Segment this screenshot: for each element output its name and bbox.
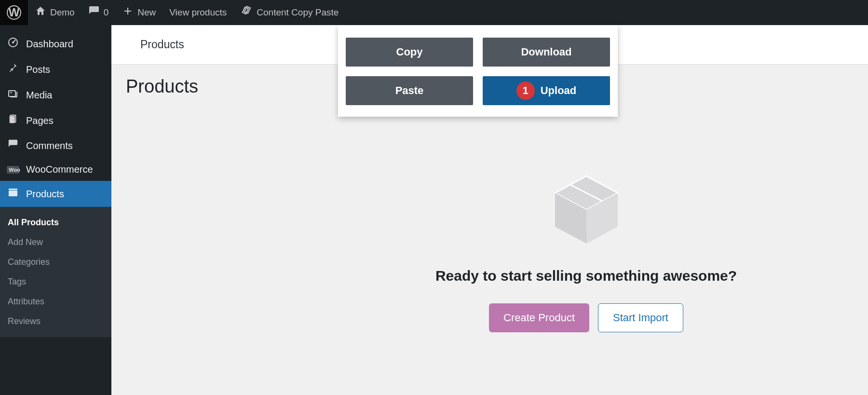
admin-sidebar: Dashboard Posts Media Pages Comments — [0, 25, 111, 395]
svg-rect-7 — [9, 189, 17, 190]
sidebar-item-label: Media — [26, 90, 52, 101]
dashboard-icon — [7, 37, 19, 51]
paste-button[interactable]: Paste — [346, 76, 473, 105]
wp-logo-icon: W — [7, 5, 21, 20]
submenu-categories[interactable]: Categories — [0, 252, 111, 272]
sidebar-item-comments[interactable]: Comments — [0, 133, 111, 158]
cta-buttons: Create Product Start Import — [489, 303, 683, 332]
download-button[interactable]: Download — [483, 38, 610, 67]
new-label: New — [137, 7, 156, 18]
upload-label: Upload — [541, 84, 577, 97]
site-name: Demo — [50, 7, 75, 18]
view-products-label: View products — [169, 7, 227, 18]
sidebar-item-media[interactable]: Media — [0, 82, 111, 108]
create-product-button[interactable]: Create Product — [489, 303, 589, 332]
content-copy-paste-menu[interactable]: Content Copy Paste — [233, 0, 345, 25]
plus-icon — [122, 5, 134, 20]
submenu-all-products[interactable]: All Products — [0, 213, 111, 232]
comment-icon — [88, 5, 100, 20]
site-home-link[interactable]: Demo — [28, 0, 81, 25]
content-copy-paste-label: Content Copy Paste — [257, 7, 339, 18]
svg-point-3 — [11, 92, 12, 94]
sidebar-item-label: Products — [26, 189, 64, 200]
sidebar-item-label: Posts — [26, 64, 50, 75]
sidebar-item-dashboard[interactable]: Dashboard — [0, 31, 111, 57]
pin-icon — [7, 63, 19, 76]
comment-icon — [7, 139, 19, 152]
tab-products[interactable]: Products — [126, 33, 199, 56]
sidebar-item-label: Comments — [26, 140, 73, 151]
main-container: Dashboard Posts Media Pages Comments — [0, 25, 868, 395]
empty-state-heading: Ready to start selling something awesome… — [435, 268, 737, 284]
woocommerce-icon: Woo — [7, 166, 19, 174]
products-submenu: All Products Add New Categories Tags Att… — [0, 207, 111, 337]
media-icon — [7, 88, 19, 102]
svg-rect-5 — [10, 116, 15, 123]
submenu-add-new[interactable]: Add New — [0, 232, 111, 252]
submenu-reviews[interactable]: Reviews — [0, 312, 111, 331]
submenu-attributes[interactable]: Attributes — [0, 292, 111, 312]
sidebar-item-pages[interactable]: Pages — [0, 108, 111, 133]
start-import-button[interactable]: Start Import — [598, 303, 683, 332]
admin-topbar: W Demo 0 New View products Content Copy … — [0, 0, 868, 25]
sidebar-item-products[interactable]: Products — [0, 181, 111, 207]
view-products-link[interactable]: View products — [163, 0, 233, 25]
upload-button[interactable]: 1 Upload — [483, 76, 610, 105]
pages-icon — [7, 114, 19, 127]
svg-point-1 — [12, 41, 14, 43]
empty-box-icon — [545, 171, 627, 248]
svg-rect-2 — [9, 91, 15, 96]
products-icon — [7, 187, 19, 201]
new-content-link[interactable]: New — [115, 0, 163, 25]
sidebar-item-posts[interactable]: Posts — [0, 57, 111, 82]
copy-paste-dropdown: Copy Download Paste 1 Upload — [338, 25, 618, 117]
comments-count: 0 — [104, 7, 109, 18]
sidebar-item-label: Pages — [26, 115, 54, 126]
products-empty-state: Ready to start selling something awesome… — [111, 109, 868, 395]
upload-badge: 1 — [516, 82, 535, 100]
sidebar-item-woocommerce[interactable]: Woo WooCommerce — [0, 158, 111, 181]
main-content: Products Products Ready to start selling… — [111, 25, 868, 395]
submenu-tags[interactable]: Tags — [0, 272, 111, 292]
sidebar-item-label: WooCommerce — [26, 164, 93, 175]
home-icon — [35, 5, 46, 20]
svg-rect-6 — [9, 191, 17, 196]
sidebar-item-label: Dashboard — [26, 39, 73, 50]
wp-logo-menu[interactable]: W — [0, 0, 28, 25]
tags-icon — [238, 3, 255, 22]
comments-link[interactable]: 0 — [81, 0, 116, 25]
copy-button[interactable]: Copy — [346, 38, 473, 67]
